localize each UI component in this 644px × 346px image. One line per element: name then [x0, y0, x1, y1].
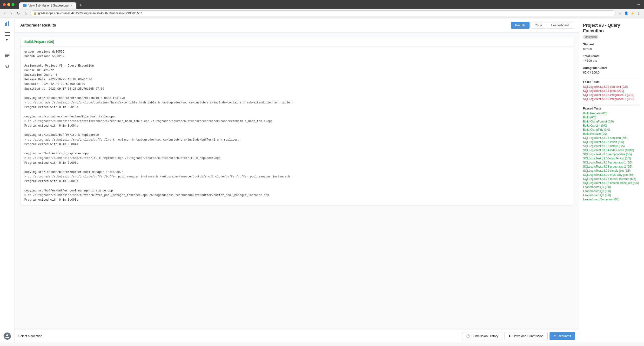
- home-button[interactable]: ⌂: [23, 11, 28, 16]
- download-submission-button[interactable]: ⬇ Download Submission: [504, 332, 548, 340]
- bottom-bar: Select a question. 🕐 Submission History …: [14, 329, 579, 343]
- tab-close-icon[interactable]: ✕: [70, 4, 72, 7]
- divider2: [583, 105, 640, 105]
- build-line: copying src/include/buffer/buffer_pool_m…: [24, 170, 569, 175]
- build-line: [24, 110, 569, 114]
- sidebar-item-list[interactable]: [3, 50, 12, 59]
- browser-actions: ☆ 👤 ⚡ ⋮: [618, 11, 641, 16]
- build-line: Submitted at: 2023-09-17 03:28:25.761865…: [24, 87, 569, 91]
- passed-test-item[interactable]: Build.ClangFormat (0/0): [583, 120, 640, 123]
- passed-tests-section: Passed Tests Build.Prepare (0/0)Build (0…: [583, 107, 640, 201]
- build-line: > cp /autograder/submission/src/include/…: [24, 101, 569, 105]
- passed-test-item[interactable]: Leaderboard.Summary (0/0): [583, 198, 640, 201]
- header-tabs: Results Code Leaderboard: [511, 22, 573, 29]
- passed-test-item[interactable]: Build.Release (0/0): [583, 132, 640, 136]
- build-line: copying src/include/container/hash/exten…: [24, 96, 569, 101]
- passed-test-item[interactable]: SQLLogicTest.p3.01-seqscan (5/5): [583, 136, 640, 140]
- passed-test-item[interactable]: SQLLogicTest.p3.08-group-agg-2 (5/5): [583, 165, 640, 168]
- build-line: Release Date: 2022-10-25 18:00:00-07:00: [24, 77, 569, 82]
- passed-test-item[interactable]: SQLLogicTest.p3.11-repeat-execute (5/5): [583, 177, 640, 181]
- passed-test-item[interactable]: SQLLogicTest.p3.03-delete (5/5): [583, 144, 640, 148]
- passed-tests-list: Build.Prepare (0/0)Build (0/0)Build.Clan…: [583, 112, 640, 201]
- svg-rect-3: [5, 32, 10, 33]
- svg-rect-1: [6, 22, 7, 26]
- profile-icon[interactable]: 👤: [624, 11, 628, 16]
- passed-test-item[interactable]: Leaderboard.Q1 (0/0): [583, 185, 640, 189]
- build-line: > cp /autograder/submission/src/buffer/l…: [24, 156, 569, 161]
- passed-test-item[interactable]: SQLLogicTest.p3.06-simple-agg (5/5): [583, 157, 640, 160]
- window-controls: ⋯: [633, 3, 644, 7]
- submission-history-button[interactable]: 🕐 Submission History: [462, 332, 502, 340]
- browser-toolbar: ‹ › ↻ ⌂ 🔒 gradescope.com/courses/425272/…: [0, 9, 644, 18]
- passed-test-item[interactable]: Build.Prepare (0/0): [583, 112, 640, 115]
- passed-test-item[interactable]: Build.CppLint (0/0): [583, 124, 640, 127]
- sidebar-item-refresh[interactable]: [3, 62, 12, 71]
- passed-test-item[interactable]: SQLLogicTest.p3.09-simple-join (5/5): [583, 169, 640, 172]
- svg-rect-8: [5, 54, 10, 55]
- back-button[interactable]: ‹: [3, 11, 7, 16]
- passed-test-item[interactable]: SQLLogicTest.p3.04-index-scan (10/10): [583, 149, 640, 152]
- build-line: [24, 91, 569, 96]
- passed-test-item[interactable]: SQLLogicTest.p3.02-insert (5/5): [583, 140, 640, 144]
- extensions-icon[interactable]: ⚡: [630, 11, 635, 16]
- bottom-actions: 🕐 Submission History ⬇ Download Submissi…: [462, 332, 575, 340]
- browser-chrome: View Submission | Gradescope ✕ + ⋯ ‹ › ↻…: [0, 0, 644, 18]
- tab-results[interactable]: Results: [511, 22, 530, 29]
- build-line: copying src/include/buffer/lru_k_replace…: [24, 133, 569, 137]
- maximize-button[interactable]: [12, 3, 14, 6]
- build-line: copying src/buffer/lru_k_replacer.cpp: [24, 151, 569, 156]
- project-title: Project #3 - Query Execution: [583, 23, 640, 34]
- resubmit-button[interactable]: ⬆ Resubmit: [550, 332, 575, 340]
- svg-rect-2: [8, 21, 9, 26]
- forward-button[interactable]: ›: [9, 11, 13, 16]
- svg-rect-4: [5, 34, 10, 34]
- passed-test-item[interactable]: SQLLogicTest.p3.12-nested-index-join (5/…: [583, 181, 640, 185]
- minimize-button[interactable]: [7, 3, 10, 6]
- upload-icon: ⬆: [554, 334, 556, 338]
- passed-test-item[interactable]: Leaderboard.Q2 (0/0): [583, 190, 640, 193]
- close-button[interactable]: [3, 3, 6, 6]
- student-label: Student: [583, 43, 640, 46]
- sidebar-menu-toggle[interactable]: [5, 32, 10, 42]
- passed-test-item[interactable]: Leaderboard.Q3 (0/0): [583, 194, 640, 197]
- more-icon[interactable]: ⋮: [636, 11, 641, 16]
- tab-favicon: [23, 4, 26, 7]
- passed-test-item[interactable]: SQLLogicTest.p3.10-multi-way-join (5/5): [583, 173, 640, 176]
- main-content: Autograder Results Results Code Leaderbo…: [14, 18, 579, 343]
- build-line: [24, 59, 569, 63]
- failed-test-item[interactable]: SQLLogicTest.p3.15-integration-1 (0/10): [583, 93, 640, 97]
- failed-tests-label: Failed Tests: [583, 80, 640, 84]
- page-header: Autograder Results Results Code Leaderbo…: [14, 18, 579, 33]
- passed-test-item[interactable]: SQLLogicTest.p3.07-group-agg-1 (5/5): [583, 161, 640, 164]
- user-avatar[interactable]: [4, 332, 11, 340]
- build-body: grader version: dc00555bustub version: 5…: [20, 47, 573, 205]
- clock-icon: 🕐: [466, 334, 470, 338]
- build-section: Build.Prepare (0/0) grader version: dc00…: [20, 37, 573, 205]
- total-points-section: Total Points - / 100 pts: [583, 55, 640, 63]
- build-line: [24, 147, 569, 151]
- app-container: Autograder Results Results Code Leaderbo…: [0, 18, 644, 343]
- passed-test-item[interactable]: Build (0/0): [583, 116, 640, 119]
- new-tab-button[interactable]: +: [77, 2, 84, 9]
- build-line: grader version: dc00555: [24, 50, 569, 54]
- build-line: > cp /autograder/submission/src/include/…: [24, 175, 569, 179]
- tab-code[interactable]: Code: [530, 22, 546, 29]
- build-line: Due Date: 2024-12-31 20:59:00-08:00: [24, 82, 569, 87]
- bookmark-icon[interactable]: ☆: [618, 11, 622, 16]
- refresh-button[interactable]: ↻: [15, 11, 21, 16]
- student-name: atreus: [583, 47, 640, 51]
- svg-rect-7: [5, 53, 10, 53]
- tab-leaderboard[interactable]: Leaderboard: [547, 22, 573, 29]
- traffic-lights: [0, 1, 17, 8]
- failed-test-item[interactable]: SQLLogicTest.p3.16-integration-2 (0/10): [583, 97, 640, 101]
- active-tab[interactable]: View Submission | Gradescope ✕: [19, 3, 76, 9]
- build-line: > cp /autograder/submission/src/containe…: [24, 119, 569, 124]
- sidebar-bottom: [4, 332, 11, 340]
- passed-test-item[interactable]: Build.ClangTidy (0/0): [583, 128, 640, 131]
- address-bar[interactable]: 🔒 gradescope.com/courses/425272/assignme…: [30, 10, 616, 16]
- failed-test-item[interactable]: SQLLogicTest.p3.14-topn (0/10): [583, 89, 640, 93]
- build-line: Program exited with 0 in 0.004s: [24, 124, 569, 128]
- right-panel: Project #3 - Query Execution Ungraded St…: [579, 18, 644, 343]
- failed-test-item[interactable]: SQLLogicTest.p3.13-sort-limit (0/5): [583, 85, 640, 89]
- passed-test-item[interactable]: SQLLogicTest.p3.05-empty-table (5/5): [583, 153, 640, 156]
